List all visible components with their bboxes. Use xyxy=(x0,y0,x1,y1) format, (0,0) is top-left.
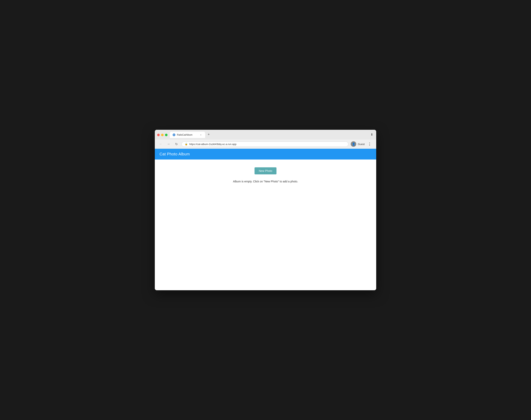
tab-title: RailsCatAlbum xyxy=(177,134,198,136)
empty-album-message: Album is empty. Click on "New Photo" to … xyxy=(233,180,298,183)
window-controls xyxy=(157,134,168,136)
app-main: New Photo Album is empty. Click on "New … xyxy=(155,160,376,290)
maximize-window-button[interactable] xyxy=(165,134,168,136)
minimize-window-button[interactable] xyxy=(161,134,164,136)
close-window-button[interactable] xyxy=(157,134,160,136)
forward-button[interactable]: → xyxy=(166,141,171,147)
back-button[interactable]: ← xyxy=(158,141,163,147)
back-icon: ← xyxy=(159,142,162,146)
tab-bar: R RailsCatAlbum × + xyxy=(170,132,211,138)
app-content: Cat Photo Album New Photo Album is empty… xyxy=(155,149,376,290)
forward-icon: → xyxy=(167,142,170,146)
user-account-icon[interactable]: 👤 xyxy=(351,141,356,147)
browser-window: R RailsCatAlbum × + ⬇ ← → ↻ 🔒 htt xyxy=(155,130,376,290)
browser-controls: 👤 Guest ⋮ xyxy=(351,141,373,147)
tab-close-button[interactable]: × xyxy=(199,133,202,136)
lock-icon: 🔒 xyxy=(185,143,188,145)
title-bar: R RailsCatAlbum × + ⬇ xyxy=(155,130,376,139)
app-header: Cat Photo Album xyxy=(155,149,376,160)
reload-icon: ↻ xyxy=(175,142,178,146)
active-tab[interactable]: R RailsCatAlbum × xyxy=(170,132,205,138)
reload-button[interactable]: ↻ xyxy=(174,141,179,147)
more-options-button[interactable]: ⋮ xyxy=(366,141,373,147)
guest-label: Guest xyxy=(358,143,365,146)
tab-favicon: R xyxy=(173,134,175,136)
url-text: https://cat-album-2uzkt43tdq-uc.a.run.ap… xyxy=(189,143,237,146)
tab-favicon-letter: R xyxy=(173,134,175,136)
address-bar: ← → ↻ 🔒 https://cat-album-2uzkt43tdq-uc.… xyxy=(155,139,376,149)
user-icon-symbol: 👤 xyxy=(352,142,355,146)
download-icon: ⬇ xyxy=(370,133,373,136)
new-photo-button[interactable]: New Photo xyxy=(255,167,276,174)
new-tab-button[interactable]: + xyxy=(206,132,211,137)
app-title: Cat Photo Album xyxy=(160,152,190,156)
title-bar-top: R RailsCatAlbum × + ⬇ xyxy=(157,132,374,138)
address-bar-input[interactable]: 🔒 https://cat-album-2uzkt43tdq-uc.a.run.… xyxy=(181,141,348,147)
